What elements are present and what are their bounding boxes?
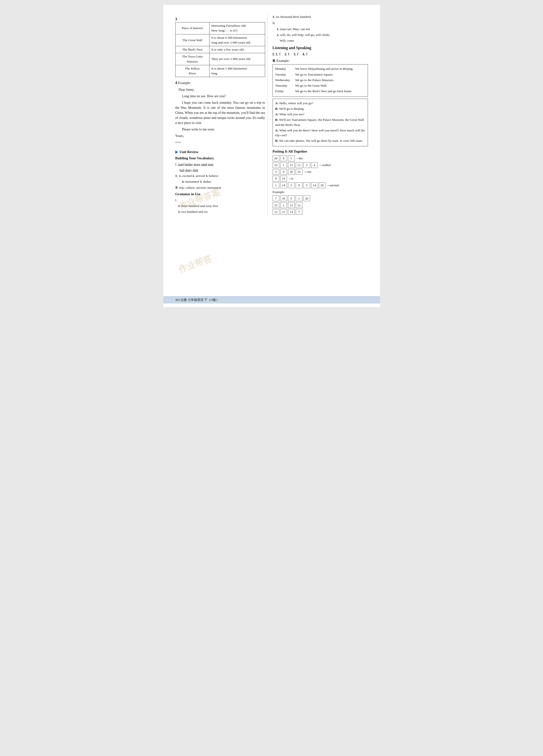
ex-12a: 12 bbox=[288, 202, 295, 208]
grammar-heading: Grammar in Use bbox=[175, 192, 265, 197]
ls-heading: Listening and Speaking bbox=[273, 45, 368, 51]
ex-7: 7 bbox=[273, 195, 279, 201]
triangle-icon bbox=[175, 150, 178, 154]
table-row-terracotta: The Terra CottaWarriors They are over 2 … bbox=[175, 53, 265, 65]
fact-birdsnest: It is only a few years old. bbox=[209, 46, 265, 53]
num-4-2: 4 bbox=[311, 162, 318, 168]
vocab-I-word9: note bbox=[208, 162, 213, 166]
grammar-II-prefix: II. bbox=[273, 21, 368, 26]
right-column: 3. six thousand three hundred II. 1. may… bbox=[268, 14, 368, 216]
num-14-5: 14 bbox=[280, 182, 287, 188]
vocab-II-line: II. 1. excited 2. arrived 3. believe bbox=[175, 174, 265, 178]
table-header-row: Place of Interest Interesting Facts(How … bbox=[175, 22, 265, 34]
schedule-monday: Monday We leave Shijiazhuang and arrive … bbox=[275, 66, 365, 71]
unit-review-label: Unit Review bbox=[180, 149, 199, 155]
vocab-III-line: Ⅲ. trip; culture; ancient; instrument bbox=[175, 185, 265, 190]
putting-row-4: 9 19 →is bbox=[273, 176, 368, 181]
num-5-5: 5 bbox=[304, 182, 310, 188]
fact-yellowriver: It is about 5 400 kilometreslong. bbox=[209, 65, 265, 77]
ex-18: 18 bbox=[280, 195, 287, 201]
tf-2: 2. F bbox=[285, 52, 290, 56]
dialogue-B3: B: We can take photos. We will go there … bbox=[275, 138, 365, 143]
dialogue-A3: A: What will you do there? How will you … bbox=[275, 128, 365, 138]
vocab-I-word5: news bbox=[193, 162, 200, 166]
putting-row-3: 3 9 20 25 →city bbox=[273, 169, 368, 175]
header-facts: Interesting Facts(How old/How long/. . .… bbox=[209, 22, 265, 34]
fact-greatwall: It is about 6 300 kilometreslong and ove… bbox=[209, 34, 265, 46]
place-greatwall: The Great Wall bbox=[175, 34, 209, 46]
III-example-label: Ⅲ. Example: bbox=[273, 58, 368, 63]
grammar-II-1: 1. may/can; May; can not bbox=[273, 27, 368, 32]
num-9-3: 9 bbox=[280, 169, 287, 175]
vocab-III-prefix: Ⅲ. bbox=[175, 186, 179, 189]
arrow-2: →walled bbox=[319, 163, 331, 168]
vocab-I-word7: sand bbox=[201, 162, 207, 166]
letter-p1: Long time no see. How are you? bbox=[175, 94, 265, 99]
place-table: Place of Interest Interesting Facts(How … bbox=[175, 22, 265, 77]
schedule-thursday: Thursday We go to the Great Wall. bbox=[275, 83, 365, 88]
dialogue-box: A: Hello, where will you go? B: We'll go… bbox=[273, 99, 368, 146]
arrow-1: →the bbox=[296, 156, 303, 161]
dialogue-A1: A: Hello, where will you go? bbox=[275, 101, 365, 106]
num-23-2: 23 bbox=[273, 162, 279, 168]
page: 作业帮答案 作业帮答 3 Place of Interest Interesti… bbox=[163, 5, 380, 307]
example-row-3: 12 15 14 7 bbox=[273, 209, 368, 215]
num-5-2: 5 bbox=[304, 162, 310, 168]
vocab-heading: Building Your Vocabulary bbox=[175, 156, 265, 161]
unit-review-heading: Unit Review bbox=[175, 149, 265, 155]
left-column: 3 Place of Interest Interesting Facts(Ho… bbox=[175, 14, 268, 216]
num-14b-5: 14 bbox=[311, 182, 318, 188]
tf-4: 4. T bbox=[303, 52, 308, 56]
vocab-I-word11: diary bbox=[185, 168, 192, 172]
tf-3: 3. F bbox=[294, 52, 299, 56]
ex-12c: 12 bbox=[273, 209, 279, 215]
num-5-1: 5 bbox=[288, 155, 295, 161]
salutation: Dear Jenny, bbox=[175, 87, 265, 92]
footer-text: 302 点拨 七年级英语 下（JJ版） bbox=[175, 297, 219, 302]
vocab-II-2-num: 2. arrived bbox=[192, 174, 206, 178]
grammar-I-2: 2. two hundred and six bbox=[175, 209, 265, 214]
num-1-2: 1 bbox=[280, 162, 287, 168]
num-12b-2: 12 bbox=[296, 162, 303, 168]
watermark-2: 作业帮答 bbox=[176, 252, 213, 276]
grammar-I-1: 1. three hundred and sixty-five bbox=[175, 204, 265, 208]
ex-12b: 12 bbox=[296, 202, 303, 208]
grammar-II-2a: 2. will; do; will help; will go; will cl… bbox=[273, 32, 368, 37]
table-row-greatwall: The Great Wall It is about 6 300 kilomet… bbox=[175, 34, 265, 46]
vocab-II-4-num: 4. instrument bbox=[182, 180, 200, 183]
num-9b-5: 9 bbox=[296, 182, 303, 188]
grammar-I-prefix: I. bbox=[175, 198, 265, 203]
num-12a-2: 12 bbox=[288, 162, 295, 168]
unit-review: Unit Review Building Your Vocabulary I. … bbox=[175, 149, 265, 214]
vocab-I-word1: road bbox=[178, 162, 184, 166]
vocab-I-word12: dish bbox=[193, 168, 198, 172]
letter-closing1: Please write to me soon. bbox=[175, 127, 265, 132]
section-3-label: 3 bbox=[175, 17, 177, 21]
num-20-3: 20 bbox=[288, 169, 295, 175]
place-birdsnest: The Bird's Nest bbox=[175, 46, 209, 53]
letter-closing2: Yours, bbox=[175, 133, 265, 138]
putting-row-2: 23 1 12 12 5 4 →walled bbox=[273, 162, 368, 168]
fact-terracotta: They are over 2 000 years old. bbox=[209, 53, 265, 65]
dialogue-B1: B: We'll go to Beijing. bbox=[275, 106, 365, 111]
schedule-friday: Friday We go to the Bird's Nest and go b… bbox=[275, 89, 365, 94]
table-row-birdsnest: The Bird's Nest It is only a few years o… bbox=[175, 46, 265, 53]
num-20-1: 20 bbox=[273, 155, 279, 161]
letter-sign: ××× bbox=[175, 140, 265, 145]
vocab-I-word3: bridge bbox=[184, 162, 193, 166]
letter-p2: I hope you can come back someday. You ca… bbox=[175, 100, 265, 125]
section-4: 4 Example: Dear Jenny, Long time no see.… bbox=[175, 80, 265, 145]
example-label: Example: bbox=[178, 81, 191, 85]
vocab-I-prefix: I. bbox=[175, 162, 178, 166]
vocab-I-line: I. road bridge news sand note bbox=[175, 162, 265, 167]
arrow-4: →is bbox=[288, 176, 294, 181]
num-25-3: 25 bbox=[296, 169, 303, 175]
num-3-5: 3 bbox=[288, 182, 295, 188]
section-3: 3 bbox=[175, 16, 265, 22]
ex-1b: 1 bbox=[280, 202, 287, 208]
schedule-wednesday: Wednesday We go to the Palace Museum. bbox=[275, 78, 365, 83]
ex-1: 1 bbox=[296, 195, 303, 201]
arrow-5: →ancient bbox=[327, 183, 339, 188]
ex-14: 14 bbox=[288, 209, 295, 215]
place-yellowriver: The YellowRiver bbox=[175, 65, 209, 77]
